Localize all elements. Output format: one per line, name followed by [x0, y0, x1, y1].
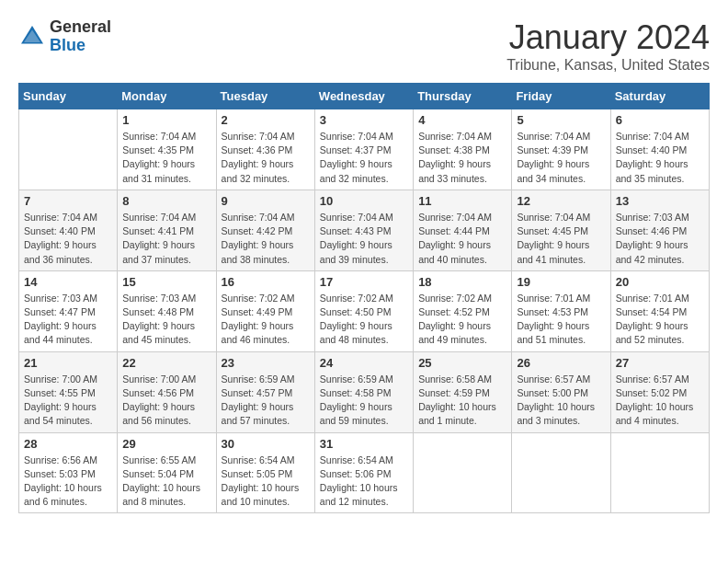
day-info: Sunrise: 7:04 AM Sunset: 4:38 PM Dayligh… — [418, 130, 506, 186]
title-section: January 2024 Tribune, Kansas, United Sta… — [506, 18, 710, 74]
day-number: 1 — [122, 113, 210, 127]
table-row: 20Sunrise: 7:01 AM Sunset: 4:54 PM Dayli… — [610, 270, 709, 351]
day-number: 7 — [24, 194, 112, 208]
table-row: 17Sunrise: 7:02 AM Sunset: 4:50 PM Dayli… — [314, 270, 413, 351]
table-row: 21Sunrise: 7:00 AM Sunset: 4:55 PM Dayli… — [19, 351, 118, 432]
table-row: 27Sunrise: 6:57 AM Sunset: 5:02 PM Dayli… — [610, 351, 709, 432]
day-info: Sunrise: 7:01 AM Sunset: 4:53 PM Dayligh… — [517, 292, 605, 348]
table-row: 7Sunrise: 7:04 AM Sunset: 4:40 PM Daylig… — [19, 190, 118, 270]
table-row: 31Sunrise: 6:54 AM Sunset: 5:06 PM Dayli… — [314, 432, 413, 513]
day-info: Sunrise: 7:04 AM Sunset: 4:37 PM Dayligh… — [320, 130, 408, 186]
day-info: Sunrise: 7:04 AM Sunset: 4:40 PM Dayligh… — [616, 130, 704, 186]
table-row: 6Sunrise: 7:04 AM Sunset: 4:40 PM Daylig… — [610, 109, 709, 190]
day-number: 17 — [320, 275, 408, 289]
page-subtitle: Tribune, Kansas, United States — [506, 57, 710, 74]
day-info: Sunrise: 6:54 AM Sunset: 5:06 PM Dayligh… — [320, 454, 408, 510]
table-row: 14Sunrise: 7:03 AM Sunset: 4:47 PM Dayli… — [19, 270, 118, 351]
header-monday: Monday — [118, 84, 216, 109]
table-row: 30Sunrise: 6:54 AM Sunset: 5:05 PM Dayli… — [216, 432, 314, 513]
day-info: Sunrise: 7:02 AM Sunset: 4:52 PM Dayligh… — [418, 292, 506, 348]
day-info: Sunrise: 7:04 AM Sunset: 4:45 PM Dayligh… — [517, 211, 605, 267]
header-wednesday: Wednesday — [314, 84, 413, 109]
table-row: 18Sunrise: 7:02 AM Sunset: 4:52 PM Dayli… — [414, 270, 512, 351]
day-number: 4 — [418, 113, 506, 127]
table-row: 1Sunrise: 7:04 AM Sunset: 4:35 PM Daylig… — [118, 109, 216, 190]
day-info: Sunrise: 6:59 AM Sunset: 4:57 PM Dayligh… — [222, 373, 310, 429]
table-row — [414, 432, 512, 513]
day-info: Sunrise: 7:04 AM Sunset: 4:43 PM Dayligh… — [320, 211, 408, 267]
day-number: 31 — [320, 437, 408, 451]
day-number: 21 — [24, 356, 112, 370]
day-number: 23 — [222, 356, 310, 370]
table-row — [512, 432, 610, 513]
day-info: Sunrise: 7:02 AM Sunset: 4:49 PM Dayligh… — [222, 292, 310, 348]
table-row: 25Sunrise: 6:58 AM Sunset: 4:59 PM Dayli… — [414, 351, 512, 432]
day-info: Sunrise: 7:04 AM Sunset: 4:36 PM Dayligh… — [222, 130, 310, 186]
day-info: Sunrise: 6:59 AM Sunset: 4:58 PM Dayligh… — [320, 373, 408, 429]
table-row: 10Sunrise: 7:04 AM Sunset: 4:43 PM Dayli… — [314, 190, 413, 270]
header-tuesday: Tuesday — [216, 84, 314, 109]
table-row: 2Sunrise: 7:04 AM Sunset: 4:36 PM Daylig… — [216, 109, 314, 190]
day-number: 6 — [616, 113, 704, 127]
day-number: 8 — [122, 194, 210, 208]
page-title: January 2024 — [506, 18, 710, 57]
day-info: Sunrise: 7:04 AM Sunset: 4:39 PM Dayligh… — [517, 130, 605, 186]
calendar-week-row: 1Sunrise: 7:04 AM Sunset: 4:35 PM Daylig… — [19, 109, 710, 190]
table-row: 24Sunrise: 6:59 AM Sunset: 4:58 PM Dayli… — [314, 351, 413, 432]
logo-icon — [18, 23, 46, 51]
day-number: 15 — [122, 275, 210, 289]
header-sunday: Sunday — [19, 84, 118, 109]
day-number: 14 — [24, 275, 112, 289]
day-number: 29 — [122, 437, 210, 451]
day-info: Sunrise: 7:04 AM Sunset: 4:44 PM Dayligh… — [418, 211, 506, 267]
calendar-week-row: 14Sunrise: 7:03 AM Sunset: 4:47 PM Dayli… — [19, 270, 710, 351]
day-info: Sunrise: 6:55 AM Sunset: 5:04 PM Dayligh… — [122, 454, 210, 510]
day-info: Sunrise: 7:03 AM Sunset: 4:47 PM Dayligh… — [24, 292, 112, 348]
day-number: 16 — [222, 275, 310, 289]
day-number: 10 — [320, 194, 408, 208]
table-row: 19Sunrise: 7:01 AM Sunset: 4:53 PM Dayli… — [512, 270, 610, 351]
logo-text: General Blue — [50, 18, 111, 55]
logo: General Blue — [18, 18, 111, 55]
day-info: Sunrise: 7:04 AM Sunset: 4:35 PM Dayligh… — [122, 130, 210, 186]
day-number: 5 — [517, 113, 605, 127]
day-info: Sunrise: 7:04 AM Sunset: 4:40 PM Dayligh… — [24, 211, 112, 267]
day-info: Sunrise: 6:57 AM Sunset: 5:00 PM Dayligh… — [517, 373, 605, 429]
table-row: 15Sunrise: 7:03 AM Sunset: 4:48 PM Dayli… — [118, 270, 216, 351]
day-number: 30 — [222, 437, 310, 451]
calendar-week-row: 7Sunrise: 7:04 AM Sunset: 4:40 PM Daylig… — [19, 190, 710, 270]
calendar-header-row: Sunday Monday Tuesday Wednesday Thursday… — [19, 84, 710, 109]
calendar-table: Sunday Monday Tuesday Wednesday Thursday… — [18, 83, 710, 513]
table-row: 29Sunrise: 6:55 AM Sunset: 5:04 PM Dayli… — [118, 432, 216, 513]
table-row — [610, 432, 709, 513]
day-number: 27 — [616, 356, 704, 370]
day-number: 3 — [320, 113, 408, 127]
day-number: 28 — [24, 437, 112, 451]
table-row — [19, 109, 118, 190]
day-number: 2 — [222, 113, 310, 127]
day-number: 18 — [418, 275, 506, 289]
table-row: 9Sunrise: 7:04 AM Sunset: 4:42 PM Daylig… — [216, 190, 314, 270]
day-number: 9 — [222, 194, 310, 208]
day-number: 24 — [320, 356, 408, 370]
day-number: 26 — [517, 356, 605, 370]
table-row: 5Sunrise: 7:04 AM Sunset: 4:39 PM Daylig… — [512, 109, 610, 190]
day-info: Sunrise: 7:00 AM Sunset: 4:55 PM Dayligh… — [24, 373, 112, 429]
day-info: Sunrise: 7:01 AM Sunset: 4:54 PM Dayligh… — [616, 292, 704, 348]
table-row: 13Sunrise: 7:03 AM Sunset: 4:46 PM Dayli… — [610, 190, 709, 270]
table-row: 8Sunrise: 7:04 AM Sunset: 4:41 PM Daylig… — [118, 190, 216, 270]
table-row: 23Sunrise: 6:59 AM Sunset: 4:57 PM Dayli… — [216, 351, 314, 432]
day-number: 19 — [517, 275, 605, 289]
day-info: Sunrise: 7:03 AM Sunset: 4:46 PM Dayligh… — [616, 211, 704, 267]
day-number: 20 — [616, 275, 704, 289]
table-row: 16Sunrise: 7:02 AM Sunset: 4:49 PM Dayli… — [216, 270, 314, 351]
day-number: 12 — [517, 194, 605, 208]
table-row: 26Sunrise: 6:57 AM Sunset: 5:00 PM Dayli… — [512, 351, 610, 432]
day-info: Sunrise: 6:58 AM Sunset: 4:59 PM Dayligh… — [418, 373, 506, 429]
day-number: 13 — [616, 194, 704, 208]
day-number: 22 — [122, 356, 210, 370]
day-number: 11 — [418, 194, 506, 208]
table-row: 22Sunrise: 7:00 AM Sunset: 4:56 PM Dayli… — [118, 351, 216, 432]
day-info: Sunrise: 6:57 AM Sunset: 5:02 PM Dayligh… — [616, 373, 704, 429]
day-info: Sunrise: 7:04 AM Sunset: 4:42 PM Dayligh… — [222, 211, 310, 267]
